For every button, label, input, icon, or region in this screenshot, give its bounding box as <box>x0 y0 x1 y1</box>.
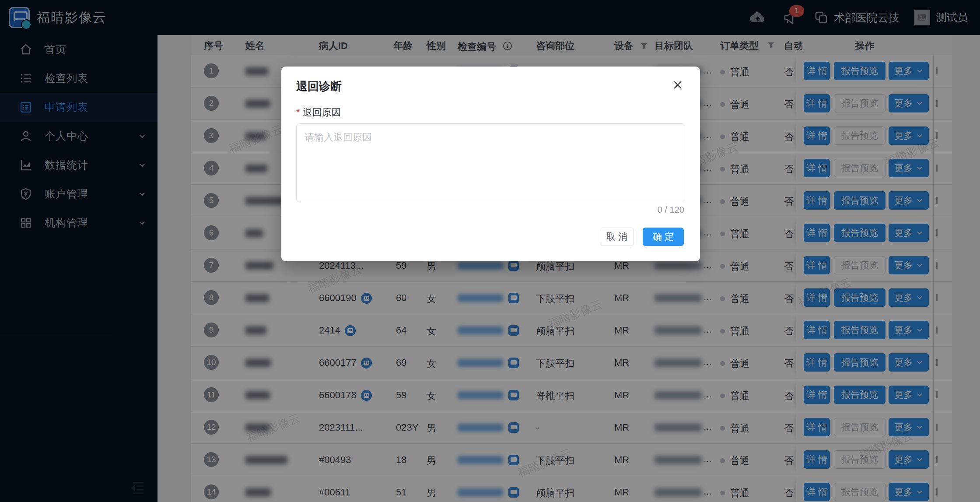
char-counter: 0 / 120 <box>658 205 684 215</box>
confirm-button[interactable]: 确 定 <box>643 228 684 246</box>
required-mark: * <box>296 107 300 118</box>
dialog-title: 退回诊断 <box>296 79 342 94</box>
close-icon[interactable] <box>670 78 685 93</box>
cancel-button[interactable]: 取 消 <box>600 228 634 246</box>
app-window: 福晴影像云 1 术部医院云技 测试员 首页 <box>0 0 980 502</box>
reason-textarea[interactable] <box>296 123 685 202</box>
reason-label: *退回原因 <box>296 106 341 119</box>
return-diagnosis-dialog: 退回诊断 *退回原因 0 / 120 取 消 确 定 <box>281 67 700 261</box>
